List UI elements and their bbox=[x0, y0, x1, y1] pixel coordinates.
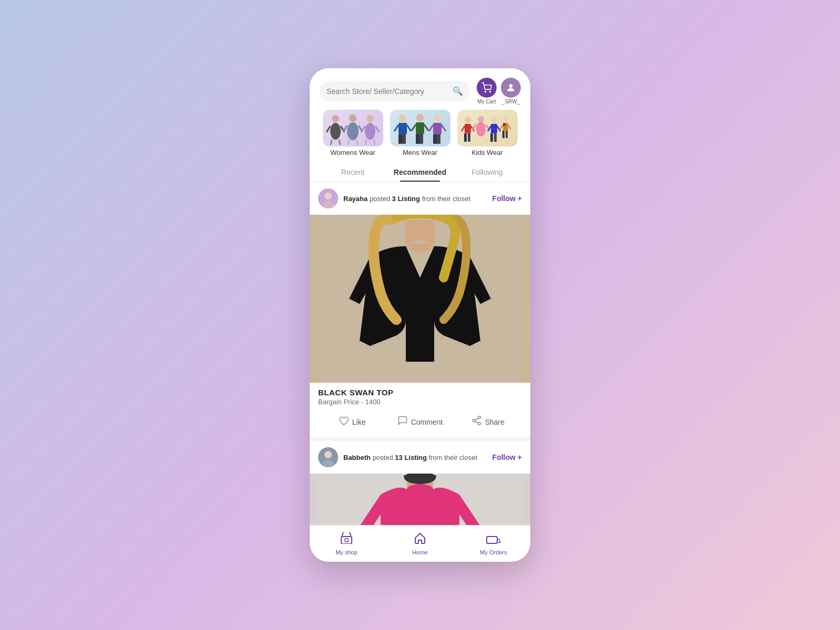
cart-label: My Cart bbox=[478, 99, 496, 104]
follow-button-1[interactable]: Follow + bbox=[492, 194, 522, 203]
comment-label: Comment bbox=[411, 418, 443, 426]
post-username-1: Rayaha bbox=[343, 195, 368, 203]
cart-icon-item[interactable]: My Cart bbox=[477, 78, 497, 104]
svg-rect-51 bbox=[490, 133, 493, 142]
svg-point-4 bbox=[330, 123, 341, 140]
mens-label: Mens Wear bbox=[403, 149, 437, 156]
search-icon: 🔍 bbox=[453, 86, 463, 96]
svg-line-8 bbox=[339, 140, 340, 145]
like-icon bbox=[339, 416, 349, 428]
svg-rect-82 bbox=[341, 537, 352, 544]
svg-rect-52 bbox=[494, 133, 497, 142]
category-mens[interactable]: Mens Wear bbox=[386, 110, 454, 156]
svg-line-17 bbox=[361, 126, 365, 132]
post-username-2: Babbeth bbox=[343, 454, 371, 461]
bottom-nav: My shop Home bbox=[310, 525, 530, 562]
category-kids[interactable]: Kids Wear bbox=[454, 110, 521, 156]
follow-button-2[interactable]: Follow + bbox=[492, 453, 522, 461]
myorders-label: My Orders bbox=[480, 549, 507, 555]
post-image-bg-1 bbox=[310, 215, 530, 383]
mens-thumb bbox=[390, 110, 450, 146]
svg-rect-62 bbox=[504, 123, 506, 124]
babbeth-avatar-img bbox=[318, 447, 338, 467]
nav-myorders[interactable]: My Orders bbox=[457, 532, 530, 555]
nav-myshop[interactable]: My shop bbox=[310, 532, 383, 555]
svg-line-14 bbox=[356, 140, 358, 145]
svg-point-15 bbox=[366, 115, 374, 122]
post-info-1: Rayaha posted 3 Listing from their close… bbox=[343, 195, 487, 203]
tab-recommended[interactable]: Recommended bbox=[386, 163, 454, 182]
search-input[interactable] bbox=[327, 87, 448, 96]
svg-point-45 bbox=[478, 116, 484, 122]
svg-point-49 bbox=[491, 117, 497, 123]
svg-line-73 bbox=[475, 418, 478, 419]
search-bar[interactable]: 🔍 bbox=[319, 81, 470, 101]
post-avatar-rayaha[interactable] bbox=[318, 188, 338, 208]
svg-point-16 bbox=[365, 123, 375, 140]
svg-rect-83 bbox=[345, 539, 348, 542]
svg-point-55 bbox=[503, 117, 508, 122]
like-button-1[interactable]: Like bbox=[318, 413, 386, 430]
svg-point-9 bbox=[349, 114, 356, 122]
category-womens[interactable]: Womens Wear bbox=[319, 110, 386, 156]
svg-point-2 bbox=[509, 84, 513, 88]
svg-rect-29 bbox=[416, 134, 419, 144]
share-button-1[interactable]: Share bbox=[454, 413, 522, 430]
svg-line-32 bbox=[424, 124, 428, 131]
post-details-1: BLACK SWAN TOP Bargain Price - 1400 bbox=[310, 383, 530, 409]
product-title-1: BLACK SWAN TOP bbox=[318, 388, 522, 397]
post-action-2: posted bbox=[373, 454, 395, 461]
myorders-icon bbox=[486, 532, 501, 547]
svg-line-47 bbox=[472, 124, 476, 130]
womens-label: Womens Wear bbox=[330, 149, 375, 156]
home-icon bbox=[414, 532, 426, 547]
svg-line-31 bbox=[412, 124, 416, 131]
svg-line-60 bbox=[508, 125, 511, 129]
tab-recent[interactable]: Recent bbox=[319, 163, 386, 182]
svg-rect-41 bbox=[464, 133, 467, 142]
post-image-1[interactable] bbox=[310, 215, 530, 383]
post-avatar-babbeth[interactable] bbox=[318, 447, 338, 467]
post-image-2[interactable] bbox=[310, 474, 530, 525]
user-icon-item[interactable]: _SRW_ bbox=[501, 78, 521, 104]
svg-line-38 bbox=[442, 125, 446, 131]
cart-icon-circle bbox=[477, 78, 497, 98]
comment-button-1[interactable]: Comment bbox=[386, 413, 454, 430]
categories: Womens Wear bbox=[310, 110, 530, 161]
home-label: Home bbox=[412, 549, 427, 555]
svg-rect-23 bbox=[398, 134, 402, 144]
svg-rect-50 bbox=[491, 124, 497, 133]
like-label: Like bbox=[352, 418, 366, 426]
share-icon bbox=[471, 415, 482, 428]
post-count-1: 3 bbox=[392, 195, 396, 203]
svg-point-64 bbox=[324, 192, 332, 200]
phone-container: 🔍 My Cart bbox=[310, 68, 530, 562]
svg-point-39 bbox=[465, 117, 471, 123]
post-listing-word-2: Listing bbox=[404, 454, 427, 461]
post-suffix-1: from their closet bbox=[422, 195, 470, 203]
user-label: _SRW_ bbox=[502, 99, 520, 104]
post-header-1: Rayaha posted 3 Listing from their close… bbox=[310, 182, 530, 215]
svg-line-54 bbox=[497, 126, 500, 131]
svg-rect-28 bbox=[416, 122, 424, 134]
svg-rect-57 bbox=[502, 131, 505, 138]
post-action-1: posted bbox=[370, 195, 392, 203]
tab-following[interactable]: Following bbox=[454, 163, 521, 182]
nav-home[interactable]: Home bbox=[383, 532, 457, 555]
svg-rect-36 bbox=[437, 134, 440, 144]
womens-thumb bbox=[323, 110, 383, 146]
comment-icon bbox=[397, 415, 408, 428]
svg-line-37 bbox=[429, 125, 433, 131]
svg-rect-42 bbox=[468, 133, 470, 142]
svg-rect-34 bbox=[433, 123, 442, 134]
post-count-2: 13 bbox=[395, 454, 402, 461]
post-info-2: Babbeth posted 13 Listing from their clo… bbox=[343, 454, 487, 461]
feed-post-1: Rayaha posted 3 Listing from their close… bbox=[310, 182, 530, 441]
svg-point-71 bbox=[478, 422, 480, 425]
svg-point-3 bbox=[332, 115, 339, 122]
svg-line-7 bbox=[331, 140, 332, 145]
svg-point-80 bbox=[407, 484, 433, 495]
feed-post-2: Babbeth posted 13 Listing from their clo… bbox=[310, 441, 530, 525]
svg-point-10 bbox=[347, 122, 359, 140]
header-icons: My Cart _SRW_ bbox=[477, 78, 521, 104]
